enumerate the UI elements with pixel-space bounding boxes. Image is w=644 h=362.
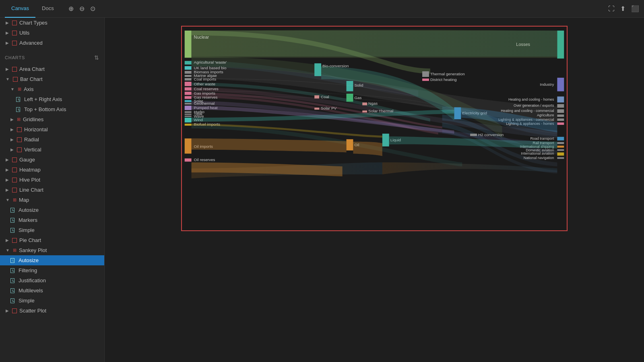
page-icon: [10, 228, 14, 233]
page-icon: [16, 97, 20, 102]
page-icon: [10, 288, 14, 293]
folder-icon: [12, 308, 17, 313]
svg-rect-78: [557, 118, 564, 121]
zoom-in-icon[interactable]: ⊕: [68, 5, 74, 12]
sidebar-item-line-chart[interactable]: ▶ Line Chart: [0, 185, 104, 195]
svg-text:Solar PV: Solar PV: [321, 106, 336, 110]
sidebar-item-utils[interactable]: ▶ Utils: [0, 28, 104, 38]
zoom-reset-icon[interactable]: ⊙: [90, 5, 95, 12]
svg-text:Heating and cooling - homes: Heating and cooling - homes: [508, 97, 554, 101]
folder-icon: [12, 31, 17, 35]
svg-rect-88: [557, 149, 564, 151]
sidebar-item-heatmap[interactable]: ▶ Heatmap: [0, 165, 104, 175]
svg-rect-22: [185, 103, 192, 105]
sidebar-item-pie-chart[interactable]: ▶ Pie Chart: [0, 235, 104, 245]
svg-rect-86: [557, 146, 564, 148]
sort-icon[interactable]: ⇅: [94, 54, 99, 61]
svg-rect-26: [185, 111, 192, 113]
sidebar-item-vertical[interactable]: ▶ Vertical: [0, 145, 104, 155]
folder-icon: [17, 127, 22, 132]
svg-text:Coal reserves: Coal reserves: [194, 87, 219, 91]
svg-text:Other waste: Other waste: [194, 82, 216, 86]
folder-icon: [12, 21, 17, 25]
export-icon[interactable]: ⬆: [620, 5, 625, 12]
svg-rect-44: [347, 94, 353, 102]
svg-text:Coal imports: Coal imports: [194, 77, 217, 81]
page-icon: [10, 278, 14, 283]
sidebar-item-map-autosize[interactable]: Autosize: [0, 205, 104, 215]
sidebar-item-map[interactable]: ▼ ⊞ Map: [0, 195, 104, 205]
svg-rect-38: [185, 158, 192, 161]
svg-rect-30: [185, 116, 192, 117]
svg-rect-20: [185, 100, 192, 102]
sidebar-item-map-markers[interactable]: Markers: [0, 215, 104, 225]
sidebar-item-top-bottom-axis[interactable]: Top + Bottom Axis: [0, 104, 104, 114]
svg-rect-90: [557, 153, 564, 156]
svg-text:International aviation: International aviation: [521, 151, 554, 155]
canvas-area: Nuclear Agricultural 'waste' UK land bas…: [105, 18, 644, 362]
sidebar-item-chart-types[interactable]: ▶ Chart Types: [0, 18, 104, 28]
svg-rect-92: [557, 157, 564, 159]
sidebar-item-advanced[interactable]: ▶ Advanced: [0, 38, 104, 48]
folder-icon: [12, 41, 17, 46]
zoom-out-icon[interactable]: ⊖: [79, 5, 85, 12]
svg-rect-48: [362, 103, 367, 105]
svg-rect-40: [314, 63, 321, 76]
page-icon: [10, 208, 14, 213]
sidebar-item-area-chart[interactable]: ▶ Area Chart: [0, 64, 104, 74]
svg-rect-10: [185, 78, 192, 81]
header-right-controls: ⛶ ⬆ ⬛: [608, 5, 639, 12]
svg-rect-68: [557, 78, 564, 91]
svg-rect-36: [185, 139, 192, 154]
svg-rect-52: [362, 110, 367, 112]
sidebar-item-hive-plot[interactable]: ▶ Hive Plot: [0, 175, 104, 185]
svg-rect-28: [185, 114, 192, 115]
svg-rect-6: [185, 71, 192, 74]
svg-rect-58: [422, 71, 429, 77]
grid-icon: ⊞: [17, 117, 21, 122]
sidebar-item-gauge[interactable]: ▶ Gauge: [0, 155, 104, 165]
sidebar-item-sankey-plot[interactable]: ▼ ⊞ Sankey Plot: [0, 245, 104, 255]
svg-rect-18: [185, 96, 192, 99]
fullscreen-icon[interactable]: ⛶: [608, 5, 615, 12]
folder-icon: [13, 77, 18, 82]
sidebar-item-scatter-plot[interactable]: ▶ Scatter Plot: [0, 306, 104, 316]
svg-rect-76: [557, 114, 564, 117]
sidebar-item-bar-chart[interactable]: ▼ Bar Chart: [0, 74, 104, 84]
sidebar-item-sankey-multilevels[interactable]: Multilevels: [0, 285, 104, 296]
sidebar-item-axis[interactable]: ▼ ⊞ Axis: [0, 84, 104, 94]
folder-icon: [12, 188, 17, 192]
sidebar-item-horizontal[interactable]: ▶ Horizontal: [0, 124, 104, 134]
svg-rect-50: [314, 108, 319, 110]
tab-canvas[interactable]: Canvas: [5, 0, 35, 18]
sidebar-item-left-right-axis[interactable]: Left + Right Axis: [0, 94, 104, 104]
share-icon[interactable]: ⬛: [631, 5, 639, 12]
svg-rect-66: [557, 31, 564, 58]
main-layout: ▶ Chart Types ▶ Utils ▶ Advanced CHARTS …: [0, 18, 644, 362]
sidebar-item-map-simple[interactable]: Simple: [0, 225, 104, 235]
folder-icon: [12, 238, 17, 243]
svg-rect-32: [185, 118, 192, 122]
sidebar-item-sankey-filtering[interactable]: Filtering: [0, 265, 104, 275]
zoom-controls: ⊕ ⊖ ⊙: [68, 5, 95, 12]
grid-icon: ⊞: [18, 87, 21, 92]
chevron-right-icon: ▶: [6, 41, 9, 45]
svg-rect-70: [557, 97, 564, 103]
svg-rect-64: [470, 134, 477, 136]
svg-text:Coal: Coal: [321, 95, 329, 99]
chevron-right-icon: ▶: [6, 31, 9, 35]
svg-rect-80: [557, 122, 564, 125]
folder-icon: [12, 157, 17, 162]
sidebar: ▶ Chart Types ▶ Utils ▶ Advanced CHARTS …: [0, 18, 105, 362]
sidebar-item-gridlines[interactable]: ▶ ⊞ Gridlines: [0, 114, 104, 124]
sidebar-item-sankey-simple[interactable]: Simple: [0, 296, 104, 306]
svg-rect-0: [185, 31, 192, 58]
chart-container: Nuclear Agricultural 'waste' UK land bas…: [181, 26, 568, 231]
svg-text:Heating and cooling - commerci: Heating and cooling - commercial: [501, 109, 554, 113]
svg-rect-4: [185, 66, 192, 70]
sidebar-item-sankey-autosize[interactable]: Autosize: [0, 255, 104, 265]
sidebar-item-sankey-justification[interactable]: Justification: [0, 275, 104, 285]
header: Canvas Docs ⊕ ⊖ ⊙ ⛶ ⬆ ⬛: [0, 0, 644, 18]
sidebar-item-radial[interactable]: ▶ Radial: [0, 134, 104, 145]
tab-docs[interactable]: Docs: [35, 0, 60, 18]
